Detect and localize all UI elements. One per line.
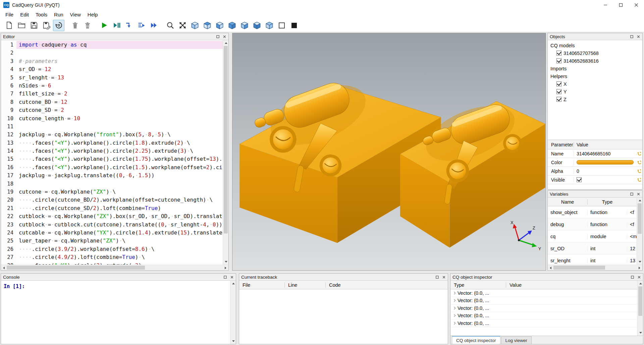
tree-item-model[interactable]: 3140652683616 <box>550 57 642 65</box>
code-line[interactable]: cutcone_length·=·10 <box>16 115 223 123</box>
code-line[interactable] <box>16 123 223 131</box>
code-line[interactable]: ····.faces("<Y").workplane().circle(1.5)… <box>16 163 223 171</box>
name-column-header[interactable]: Name <box>548 199 587 205</box>
tree-item-helper-z[interactable]: Z <box>550 95 642 103</box>
step-button[interactable] <box>123 20 135 31</box>
variable-row[interactable]: sr_lenght int 13 <box>548 255 637 265</box>
code-line[interactable]: cutblock·=·cq.Workplane("ZX").box(sr_OD,… <box>16 212 223 220</box>
code-line[interactable]: sr_OD·=·12 <box>16 65 223 73</box>
code-line[interactable]: ····.faces("<Y").circle(3).extrude(-3) <box>16 262 223 265</box>
expand-chevron-icon[interactable] <box>453 299 455 302</box>
inspector-row[interactable]: Vector: (0.0, ... <box>450 289 637 297</box>
variables-vscrollbar[interactable] <box>637 198 642 265</box>
tree-item-model[interactable]: 3140652707568 <box>550 49 642 57</box>
tree-item-helper-x[interactable]: X <box>550 80 642 88</box>
scroll-left-button[interactable] <box>1 265 7 271</box>
close-panel-button[interactable] <box>637 275 641 279</box>
close-panel-button[interactable] <box>230 275 234 279</box>
code-line[interactable]: import·cadquery·as·cq <box>16 41 223 49</box>
property-row-alpha[interactable]: Alpha 0 <box>548 167 642 176</box>
editor-hscrollbar[interactable] <box>1 265 228 270</box>
code-line[interactable]: cutcone_BD·=·12 <box>16 98 223 106</box>
new-file-button[interactable] <box>3 20 15 31</box>
code-line[interactable]: cutblock·=·cutblock.cut(cutcone).transla… <box>16 221 223 229</box>
code-line[interactable]: cutcable·=·cq.Workplane("YX").circle(1.4… <box>16 229 223 237</box>
scroll-down-button[interactable] <box>230 338 236 344</box>
open-button[interactable] <box>16 20 27 31</box>
property-row-name[interactable]: Name 3140646685160 <box>548 149 642 158</box>
debug-button[interactable] <box>111 20 122 31</box>
menu-tools[interactable]: Tools <box>32 11 51 18</box>
file-column-header[interactable]: File <box>239 282 284 288</box>
close-panel-button[interactable] <box>442 275 446 279</box>
close-button[interactable] <box>629 0 644 10</box>
fit-all-button[interactable] <box>177 20 188 31</box>
scroll-up-button[interactable] <box>637 198 643 203</box>
float-panel-button[interactable] <box>631 275 634 279</box>
code-line[interactable]: cutcone·=·cq.Workplane("ZX")·\ <box>16 188 223 196</box>
code-line[interactable] <box>16 180 223 188</box>
tree-group-imports[interactable]: Imports <box>550 65 642 72</box>
editor-code[interactable]: import·cadquery·as·cq#·parameterssr_OD·=… <box>16 40 223 265</box>
scroll-down-button[interactable] <box>223 259 229 265</box>
inspector-row[interactable]: Vector: (0.0, ... <box>450 304 637 312</box>
save-as-button[interactable] <box>41 20 52 31</box>
menu-view[interactable]: View <box>67 11 84 18</box>
view-right-button[interactable] <box>239 20 250 31</box>
wireframe-button[interactable] <box>276 20 287 31</box>
value-column-header[interactable]: Value <box>574 142 635 147</box>
float-panel-button[interactable] <box>435 275 439 279</box>
close-panel-button[interactable] <box>637 35 640 39</box>
menu-file[interactable]: File <box>2 11 17 18</box>
render-button[interactable] <box>98 20 110 31</box>
view-bottom-button[interactable] <box>251 20 263 31</box>
code-line[interactable]: ····.faces("<Y").workplane().circle(1.75… <box>16 155 223 163</box>
code-line[interactable]: luer_taper·=·cq.Workplane("ZX")·\ <box>16 237 223 245</box>
variable-row[interactable]: cq module <m <box>548 230 637 243</box>
scroll-right-button[interactable] <box>223 265 228 271</box>
code-column-header[interactable]: Code <box>325 282 448 288</box>
view-top-button[interactable] <box>202 20 213 31</box>
variable-row[interactable]: sr_OD int 12 <box>548 243 637 255</box>
clear-console-button[interactable] <box>69 20 81 31</box>
variable-row[interactable]: debug function <f <box>548 218 637 230</box>
scroll-up-button[interactable] <box>223 40 229 46</box>
code-line[interactable]: ····.circle(cutcone_BD/2).workplane(offs… <box>16 196 223 204</box>
code-line[interactable]: ····.faces("<Y").workplane().circle(2.25… <box>16 147 223 155</box>
close-panel-button[interactable] <box>637 192 640 196</box>
expand-chevron-icon[interactable] <box>453 292 455 294</box>
value-column-header[interactable]: Value <box>506 282 637 288</box>
zoom-fit-button[interactable] <box>164 20 176 31</box>
scroll-up-button[interactable] <box>638 281 643 286</box>
tab-cq-object-inspector[interactable]: CQ object inspector <box>452 336 500 344</box>
reset-icon[interactable] <box>635 151 642 156</box>
continue-button[interactable] <box>148 20 159 31</box>
scroll-left-button[interactable] <box>548 265 553 271</box>
tree-group-helpers[interactable]: Helpers <box>550 72 642 80</box>
view-iso-button[interactable] <box>189 20 201 31</box>
checkbox-checked[interactable] <box>556 81 561 86</box>
scroll-right-button[interactable] <box>637 265 642 271</box>
step-next-button[interactable] <box>136 20 147 31</box>
reset-icon[interactable] <box>635 169 642 173</box>
checkbox-checked[interactable] <box>556 51 561 56</box>
code-line[interactable]: ····.circle(3.9/2).workplane(offset=8.6)… <box>16 245 223 253</box>
property-row-visible[interactable]: Visible <box>548 176 642 184</box>
scroll-down-button[interactable] <box>637 259 643 265</box>
checkbox-checked[interactable] <box>556 97 561 102</box>
expand-chevron-icon[interactable] <box>453 322 455 325</box>
menu-help[interactable]: Help <box>84 11 101 18</box>
minimize-button[interactable] <box>598 0 613 10</box>
editor-vscrollbar[interactable] <box>223 40 228 265</box>
tree-group-cq-models[interactable]: CQ models <box>550 42 642 49</box>
property-row-color[interactable]: Color <box>548 158 642 167</box>
expand-chevron-icon[interactable] <box>453 307 455 309</box>
type-column-header[interactable]: Type <box>587 199 627 205</box>
visible-checkbox[interactable] <box>577 177 582 182</box>
close-panel-button[interactable] <box>223 35 226 39</box>
inspector-row[interactable]: Vector: (0.0, ... <box>450 312 637 320</box>
inspector-row[interactable]: Vector: (0.0, ... <box>450 297 637 305</box>
code-line[interactable] <box>16 49 223 57</box>
code-line[interactable]: fillet_size·=·2 <box>16 90 223 98</box>
scroll-down-button[interactable] <box>638 330 643 336</box>
